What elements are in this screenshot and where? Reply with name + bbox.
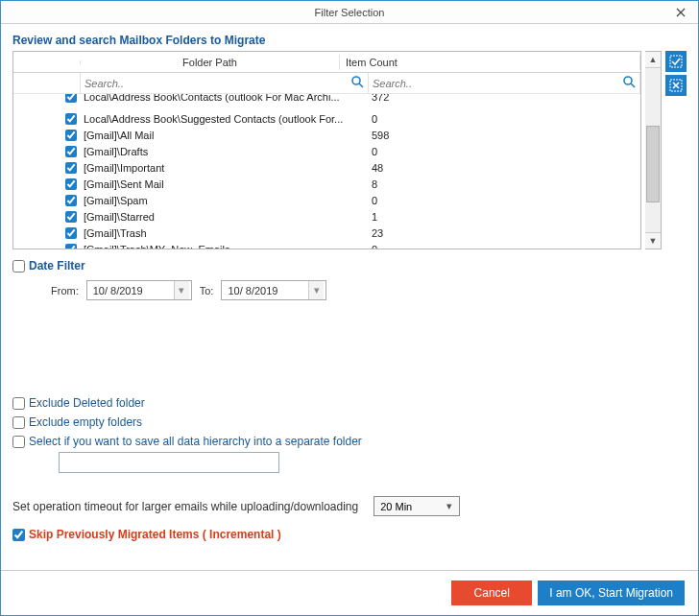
search-count-input[interactable] bbox=[373, 78, 620, 89]
hierarchy-folder-input[interactable] bbox=[59, 452, 279, 473]
row-count: 1 bbox=[369, 211, 640, 223]
col-checkbox bbox=[13, 60, 81, 64]
start-button-label: I am OK, Start Migration bbox=[549, 586, 673, 600]
row-count: 372 bbox=[369, 94, 640, 103]
exclude-deleted-checkbox[interactable] bbox=[12, 397, 25, 410]
row-count: 8 bbox=[369, 178, 640, 190]
row-count: 0 bbox=[369, 244, 640, 249]
chevron-down-icon: ▾ bbox=[442, 500, 457, 512]
scroll-down-button[interactable]: ▼ bbox=[645, 232, 661, 249]
search-cb-cell bbox=[13, 73, 81, 93]
calendar-icon[interactable]: ▾ bbox=[308, 281, 324, 299]
scroll-up-button[interactable]: ▲ bbox=[645, 52, 661, 68]
check-all-icon bbox=[669, 55, 683, 68]
col-folder-path[interactable]: Folder Path bbox=[81, 55, 340, 70]
selection-tools bbox=[665, 51, 687, 96]
row-checkbox[interactable] bbox=[65, 211, 77, 223]
row-checkbox[interactable] bbox=[65, 113, 77, 125]
deselect-all-button[interactable] bbox=[665, 75, 687, 96]
table-row[interactable]: [Gmail]\Drafts0 bbox=[13, 143, 640, 159]
svg-point-0 bbox=[352, 77, 360, 84]
row-path: Local\Address Book\Suggested Contacts (o… bbox=[81, 113, 369, 125]
calendar-icon[interactable]: ▾ bbox=[174, 281, 189, 299]
row-count: 48 bbox=[369, 162, 640, 174]
exclude-empty-check[interactable]: Exclude empty folders bbox=[12, 415, 142, 429]
search-icon[interactable] bbox=[622, 75, 636, 91]
close-button[interactable] bbox=[663, 1, 698, 23]
skip-migrated-checkbox[interactable] bbox=[12, 529, 25, 541]
save-hierarchy-label: Select if you want to save all data hier… bbox=[29, 435, 362, 448]
exclude-deleted-check[interactable]: Exclude Deleted folder bbox=[12, 396, 145, 410]
row-checkbox[interactable] bbox=[65, 130, 77, 141]
col-item-count[interactable]: Item Count bbox=[340, 55, 640, 70]
chevron-down-icon: ▼ bbox=[649, 236, 658, 246]
row-checkbox[interactable] bbox=[65, 94, 77, 103]
table-row[interactable]: [Gmail]\Trash23 bbox=[13, 225, 640, 241]
row-checkbox[interactable] bbox=[65, 195, 77, 206]
table-row[interactable]: [Gmail]\Sent Mail8 bbox=[13, 176, 640, 192]
dialog-content: Review and search Mailbox Folders to Mig… bbox=[1, 24, 698, 570]
scrollbar[interactable]: ▲ ▼ bbox=[645, 51, 662, 249]
table-row[interactable]: Local\Address Book\Contacts (outlook For… bbox=[13, 94, 640, 105]
exclude-empty-row: Exclude empty folders bbox=[12, 415, 687, 429]
from-label: From: bbox=[51, 285, 79, 296]
row-path: Local\Address Book\Contacts (outlook For… bbox=[81, 94, 369, 103]
row-checkbox[interactable] bbox=[65, 146, 77, 157]
timeout-select[interactable]: 20 Min ▾ bbox=[374, 496, 460, 516]
save-hierarchy-check[interactable]: Select if you want to save all data hier… bbox=[12, 435, 362, 448]
table-row[interactable]: [Gmail]\Spam0 bbox=[13, 192, 640, 208]
table-row[interactable]: Local\Address Book\Suggested Contacts (o… bbox=[13, 110, 640, 127]
exclude-deleted-label: Exclude Deleted folder bbox=[29, 396, 145, 410]
search-icon[interactable] bbox=[350, 75, 364, 91]
cancel-button[interactable]: Cancel bbox=[451, 580, 532, 605]
row-count: 0 bbox=[369, 195, 640, 206]
row-checkbox[interactable] bbox=[65, 178, 77, 190]
table-row[interactable]: [Gmail]\Important48 bbox=[13, 159, 640, 176]
to-date-picker[interactable]: 10/ 8/2019 ▾ bbox=[221, 280, 326, 300]
table-body: Local\Address Book\Contacts (outlook For… bbox=[13, 94, 640, 249]
date-range-row: From: 10/ 8/2019 ▾ To: 10/ 8/2019 ▾ bbox=[12, 280, 687, 300]
to-label: To: bbox=[200, 285, 214, 296]
table-row[interactable]: [Gmail]\Trash\MY_New_Emails0 bbox=[13, 241, 640, 249]
row-path: [Gmail]\Trash bbox=[81, 227, 369, 239]
table-row[interactable]: [Gmail]\All Mail598 bbox=[13, 127, 640, 143]
exclude-deleted-row: Exclude Deleted folder bbox=[12, 396, 687, 410]
date-filter-check[interactable]: Date Filter bbox=[12, 259, 85, 272]
skip-migrated-row: Skip Previously Migrated Items ( Increme… bbox=[12, 528, 687, 541]
exclude-empty-checkbox[interactable] bbox=[12, 416, 25, 429]
save-hierarchy-checkbox[interactable] bbox=[12, 436, 25, 448]
row-checkbox[interactable] bbox=[65, 244, 77, 249]
filter-selection-dialog: Filter Selection Review and search Mailb… bbox=[0, 0, 699, 616]
timeout-row: Set operation timeout for larger emails … bbox=[12, 496, 687, 516]
search-path-input[interactable] bbox=[84, 78, 349, 89]
scroll-track[interactable] bbox=[645, 68, 661, 232]
search-count-cell bbox=[369, 73, 640, 93]
skip-migrated-check[interactable]: Skip Previously Migrated Items ( Increme… bbox=[12, 528, 281, 541]
row-path: [Gmail]\Spam bbox=[81, 195, 369, 206]
chevron-up-icon: ▲ bbox=[649, 55, 658, 64]
window-title: Filter Selection bbox=[315, 7, 385, 18]
row-path: [Gmail]\Important bbox=[81, 162, 369, 174]
from-date-value: 10/ 8/2019 bbox=[93, 285, 143, 296]
row-checkbox[interactable] bbox=[65, 162, 77, 174]
row-path: [Gmail]\All Mail bbox=[81, 130, 369, 141]
section-heading: Review and search Mailbox Folders to Mig… bbox=[12, 34, 687, 47]
table-row[interactable]: [Gmail]\Starred1 bbox=[13, 208, 640, 225]
row-count: 0 bbox=[369, 113, 640, 125]
exclude-empty-label: Exclude empty folders bbox=[29, 415, 142, 429]
folders-table: Folder Path Item Count Local\Address Boo… bbox=[12, 51, 641, 249]
select-all-button[interactable] bbox=[665, 51, 687, 72]
date-filter-checkbox[interactable] bbox=[12, 260, 25, 272]
close-icon bbox=[676, 8, 686, 17]
row-checkbox[interactable] bbox=[65, 227, 77, 239]
svg-point-2 bbox=[624, 77, 632, 84]
row-path: [Gmail]\Trash\MY_New_Emails bbox=[81, 244, 369, 249]
from-date-picker[interactable]: 10/ 8/2019 ▾ bbox=[86, 280, 192, 300]
start-migration-button[interactable]: I am OK, Start Migration bbox=[538, 580, 685, 605]
date-filter-label: Date Filter bbox=[29, 259, 85, 272]
skip-migrated-label: Skip Previously Migrated Items ( Increme… bbox=[29, 528, 281, 541]
scroll-thumb[interactable] bbox=[646, 126, 660, 202]
row-path: [Gmail]\Sent Mail bbox=[81, 178, 369, 190]
svg-rect-4 bbox=[670, 56, 682, 67]
svg-line-3 bbox=[631, 83, 635, 87]
